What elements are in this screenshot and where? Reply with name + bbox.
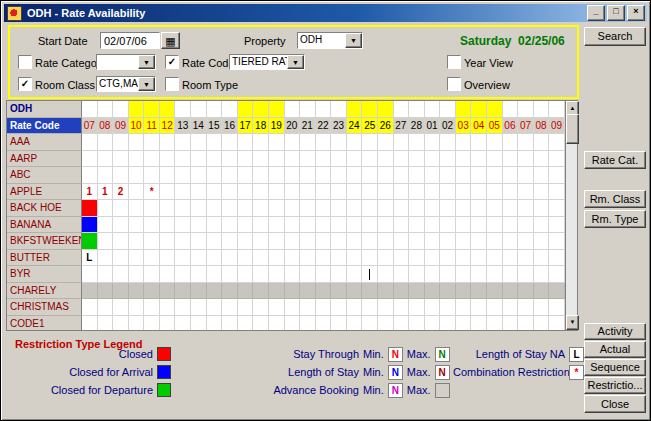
grid-cell[interactable] [129,250,145,267]
room-type-checkbox[interactable] [165,77,179,91]
grid-cell[interactable] [549,283,565,300]
grid-cell[interactable] [331,266,347,283]
grid-cell[interactable] [394,250,410,267]
overview-checkbox[interactable] [447,77,461,91]
grid-cell[interactable] [456,266,472,283]
grid-cell[interactable] [191,316,207,332]
grid-cell[interactable] [534,200,550,217]
grid-cell[interactable] [191,250,207,267]
activity-button[interactable]: Activity [584,323,646,340]
date-header-cell[interactable]: 22 [316,118,332,135]
grid-cell[interactable] [362,134,378,151]
chevron-down-icon[interactable]: ▼ [345,33,362,48]
grid-cell[interactable] [175,134,191,151]
grid-cell[interactable] [440,151,456,168]
grid-cell[interactable] [362,233,378,250]
grid-cell[interactable] [253,316,269,332]
rate-code-row-label[interactable]: CHRISTMAS [7,299,82,316]
grid-cell[interactable] [503,316,519,332]
grid-cell[interactable] [471,217,487,234]
grid-cell[interactable] [331,233,347,250]
date-header-cell[interactable]: 18 [253,118,269,135]
grid-cell[interactable] [300,233,316,250]
grid-cell[interactable] [378,299,394,316]
grid-cell[interactable] [394,167,410,184]
grid-cell[interactable] [440,200,456,217]
grid-cell[interactable] [175,266,191,283]
grid-cell[interactable] [207,283,223,300]
date-header-cell[interactable]: 16 [222,118,238,135]
grid-cell[interactable] [409,217,425,234]
grid-cell[interactable] [191,184,207,201]
grid-cell[interactable] [98,101,114,118]
date-header-cell[interactable]: 27 [394,118,410,135]
grid-cell[interactable] [269,134,285,151]
grid-cell[interactable] [440,299,456,316]
grid-cell[interactable] [269,266,285,283]
grid-cell[interactable] [253,151,269,168]
grid-cell[interactable] [471,167,487,184]
grid-cell[interactable] [300,283,316,300]
grid-cell[interactable] [549,316,565,332]
grid-cell[interactable] [347,184,363,201]
grid-cell[interactable] [518,266,534,283]
grid-cell[interactable] [238,134,254,151]
grid-cell[interactable] [378,101,394,118]
grid-cell[interactable] [144,200,160,217]
grid-cell[interactable] [144,266,160,283]
grid-cell[interactable] [191,299,207,316]
grid-cell[interactable] [394,217,410,234]
grid-cell[interactable] [347,134,363,151]
grid-cell[interactable] [362,283,378,300]
date-header-cell[interactable]: 14 [191,118,207,135]
grid-cell[interactable] [285,283,301,300]
grid-cell[interactable] [394,200,410,217]
grid-cell[interactable] [98,217,114,234]
grid-cell[interactable] [409,134,425,151]
grid-cell[interactable] [113,167,129,184]
grid-cell[interactable] [534,233,550,250]
grid-cell[interactable] [144,299,160,316]
grid-cell[interactable] [331,134,347,151]
grid-cell[interactable] [222,283,238,300]
grid-cell[interactable] [207,316,223,332]
grid-cell[interactable] [285,167,301,184]
grid-cell[interactable] [82,283,98,300]
grid-cell[interactable] [160,250,176,267]
grid-cell[interactable] [394,134,410,151]
grid-cell[interactable] [331,200,347,217]
grid-cell[interactable] [238,151,254,168]
grid-cell[interactable]: 1 [82,184,98,201]
grid-cell[interactable] [316,283,332,300]
grid-cell[interactable] [207,167,223,184]
date-header-cell[interactable]: 20 [285,118,301,135]
grid-cell[interactable] [456,316,472,332]
date-header-cell[interactable]: 01 [425,118,441,135]
date-header-cell[interactable]: 04 [471,118,487,135]
grid-cell[interactable] [316,200,332,217]
grid-cell[interactable] [394,184,410,201]
grid-cell[interactable] [300,151,316,168]
grid-cell[interactable] [285,217,301,234]
grid-cell[interactable] [175,316,191,332]
grid-cell[interactable] [98,151,114,168]
grid-cell[interactable] [316,184,332,201]
grid-cell[interactable] [222,184,238,201]
grid-cell[interactable] [487,151,503,168]
grid-cell[interactable] [238,233,254,250]
grid-cell[interactable] [425,200,441,217]
date-header-cell[interactable]: 19 [269,118,285,135]
grid-cell[interactable] [347,151,363,168]
grid-cell[interactable] [362,151,378,168]
grid-cell[interactable] [456,250,472,267]
grid-cell[interactable] [503,217,519,234]
grid-cell[interactable] [471,184,487,201]
grid-cell[interactable] [300,316,316,332]
grid-cell[interactable] [113,250,129,267]
close-button[interactable]: Close [584,395,646,413]
grid-cell[interactable] [300,101,316,118]
grid-cell[interactable] [456,184,472,201]
grid-cell[interactable] [503,134,519,151]
grid-cell[interactable] [347,250,363,267]
grid-cell[interactable] [331,316,347,332]
